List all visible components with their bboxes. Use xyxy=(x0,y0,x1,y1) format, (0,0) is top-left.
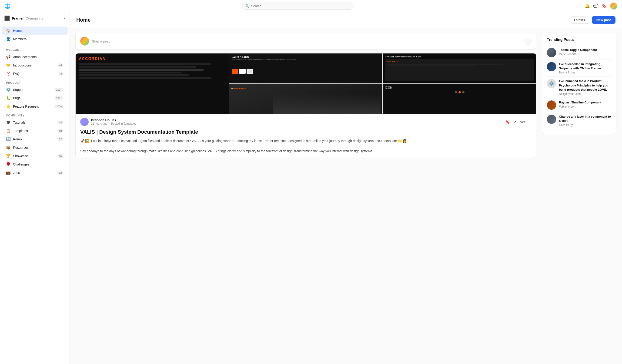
sidebar-item-showcase[interactable]: 🏆 Showcase 85 xyxy=(2,152,68,160)
trending-post-title-5: Change any layer in a component to a 'sl… xyxy=(559,115,612,123)
author-name: Brandon Hollins xyxy=(91,118,136,122)
introductions-icon: 🤝 xyxy=(6,63,11,67)
support-badge: 100+ xyxy=(55,88,63,91)
trending-avatar-2 xyxy=(547,62,556,71)
post-bookmark-button[interactable]: 🔖 xyxy=(504,119,511,125)
post-body: Brandon Hollins 11 hours ago · Posted in… xyxy=(76,114,536,158)
trending-item-5[interactable]: Change any layer in a component to a 'sl… xyxy=(547,112,612,129)
search-bar[interactable]: 🔍 xyxy=(242,2,353,10)
post-card: ACCORDIAN xyxy=(75,53,536,158)
post-share-button[interactable]: ↗ Share xyxy=(514,120,526,124)
sidebar-item-resources[interactable]: 📦 Resources xyxy=(2,144,68,152)
post-more-button[interactable]: ··· xyxy=(528,120,531,124)
bugs-icon: 🐛 xyxy=(6,96,11,100)
feed: Start a post + ACCORDIAN xyxy=(75,33,536,158)
sidebar-item-introductions[interactable]: 🤝 Introductions 48 xyxy=(2,61,68,69)
sidebar-item-templates[interactable]: 📋 Templates 89 xyxy=(2,127,68,135)
feature-requests-icon: 🌟 xyxy=(6,104,11,109)
main-layout: ⬛ Framer Community ▾ 🏠 Home 👤 Members xyxy=(0,12,622,364)
topbar-right: 🔔 💬 🔖 xyxy=(585,2,617,10)
brand-inner: ⬛ Framer Community xyxy=(4,15,43,21)
faq-badge: 9 xyxy=(59,72,63,75)
bugs-badge: 100+ xyxy=(55,96,63,100)
sidebar-section-welcome: Welcome 📢 Announcements 🤝 Introductions … xyxy=(0,45,70,78)
trending-item-4[interactable]: Raycast Timeline Component Fabian Albert xyxy=(547,98,612,112)
jobs-badge: 18 xyxy=(58,171,63,175)
trending-author-5: Giles Perry xyxy=(559,123,612,127)
support-icon: ⚙️ xyxy=(6,87,11,92)
sort-label: Latest xyxy=(574,18,583,22)
trending-card: Trending Posts Theme Toggle Component Is… xyxy=(542,33,616,134)
resources-label: Resources xyxy=(13,146,29,149)
remix-label: Remix xyxy=(13,137,22,141)
img-label-search: ADVANCED SEARCH FUNCTIONALITY IN CMS xyxy=(385,56,534,58)
page-title: Home xyxy=(76,17,91,23)
sidebar-item-remix[interactable]: 🔄 Remix 12 xyxy=(2,135,68,143)
sidebar-item-feature-requests[interactable]: 🌟 Feature Requests 100+ xyxy=(2,102,68,110)
templates-icon: 📋 xyxy=(6,128,11,133)
trending-item-1[interactable]: Theme Toggle Component Isaac Roberts xyxy=(547,46,612,60)
remix-badge: 12 xyxy=(58,137,63,141)
faq-label: FAQ xyxy=(13,72,19,75)
chevron-down-icon[interactable]: ▾ xyxy=(64,16,65,20)
tutorials-label: Tutorials xyxy=(13,121,25,124)
sidebar-item-bugs[interactable]: 🐛 Bugs 100+ xyxy=(2,94,68,102)
jobs-label: Jobs xyxy=(13,171,20,175)
trending-item-2[interactable]: I've succeeded in integrating Swiper.js … xyxy=(547,60,612,77)
user-avatar[interactable] xyxy=(610,2,617,10)
bookmark-nav-icon[interactable]: 🔖 xyxy=(602,3,607,9)
post-image-team: IS DESIGN TEAM xyxy=(229,84,383,114)
sidebar-brand: ⬛ Framer Community ▾ xyxy=(0,12,70,24)
share-icon: ↗ xyxy=(514,120,516,124)
topbar: 🌐 🔍 🔔 💬 🔖 xyxy=(0,0,622,12)
sort-button[interactable]: Latest ▾ xyxy=(571,16,589,24)
chat-icon[interactable]: 💬 xyxy=(593,3,598,9)
showcase-label: Showcase xyxy=(13,154,28,158)
trending-avatar-5 xyxy=(547,115,556,124)
sidebar-item-faq[interactable]: ❓ FAQ 9 xyxy=(2,70,68,78)
post-composer[interactable]: Start a post + xyxy=(75,33,536,50)
img-label-team: IS DESIGN TEAM xyxy=(231,87,246,90)
brand-name: Framer xyxy=(12,16,24,20)
trending-author-2: Benny Schey xyxy=(559,71,612,74)
post-meta: Brandon Hollins 11 hours ago · Posted in… xyxy=(80,118,531,126)
post-image-search: ADVANCED SEARCH FUNCTIONALITY IN CMS ACC… xyxy=(383,54,536,83)
trending-post-title-3: I've launched the A-Z Product Psychology… xyxy=(559,79,612,92)
sidebar-item-announcements[interactable]: 📢 Announcements xyxy=(2,53,68,61)
sidebar-section-product: Product ⚙️ Support 100+ 🐛 Bugs 100+ 🌟 Fe… xyxy=(0,78,70,110)
post-image-main: ACCORDIAN xyxy=(76,54,229,114)
bell-icon[interactable]: 🔔 xyxy=(585,3,590,9)
post-time: 11 hours ago · Posted in Templates xyxy=(91,122,136,125)
new-post-button[interactable]: New post xyxy=(592,16,616,24)
sidebar-main-nav: 🏠 Home 👤 Members xyxy=(0,24,70,45)
author-avatar xyxy=(80,118,89,126)
post-images: ACCORDIAN xyxy=(76,54,536,114)
search-input[interactable] xyxy=(251,4,350,8)
trending-post-title-4: Raycast Timeline Component xyxy=(559,100,601,105)
trending-item-3[interactable]: ⚙️ I've launched the A-Z Product Psychol… xyxy=(547,77,612,98)
composer-add-button[interactable]: + xyxy=(525,38,531,45)
trending-post-title-2: I've succeeded in integrating Swiper.js … xyxy=(559,62,612,71)
brand-subtitle: Community xyxy=(26,16,43,20)
jobs-icon: 💼 xyxy=(6,170,11,175)
sidebar-item-jobs[interactable]: 💼 Jobs 18 xyxy=(2,168,68,177)
sidebar-item-support[interactable]: ⚙️ Support 100+ xyxy=(2,86,68,94)
chevron-sort-icon: ▾ xyxy=(584,18,585,22)
feature-requests-label: Feature Requests xyxy=(13,105,39,108)
trending-info-3: I've launched the A-Z Product Psychology… xyxy=(559,79,612,95)
introductions-label: Introductions xyxy=(13,63,32,67)
product-section-title: Product xyxy=(0,78,70,85)
sidebar-item-tutorials[interactable]: 🎓 Tutorials 24 xyxy=(2,118,68,127)
globe-icon: 🌐 xyxy=(5,3,10,9)
sidebar: ⬛ Framer Community ▾ 🏠 Home 👤 Members xyxy=(0,12,70,364)
sidebar-item-members[interactable]: 👤 Members xyxy=(2,35,68,43)
tutorials-icon: 🎓 xyxy=(6,120,11,125)
sidebar-item-home[interactable]: 🏠 Home xyxy=(2,26,68,35)
challenges-icon: 🥊 xyxy=(6,162,11,166)
sidebar-home-label: Home xyxy=(13,29,22,33)
sidebar-item-challenges[interactable]: 🥊 Challenges xyxy=(2,160,68,168)
showcase-icon: 🏆 xyxy=(6,154,11,158)
announcements-icon: 📢 xyxy=(6,55,11,59)
author-info: Brandon Hollins 11 hours ago · Posted in… xyxy=(91,118,136,125)
challenges-label: Challenges xyxy=(13,163,29,166)
